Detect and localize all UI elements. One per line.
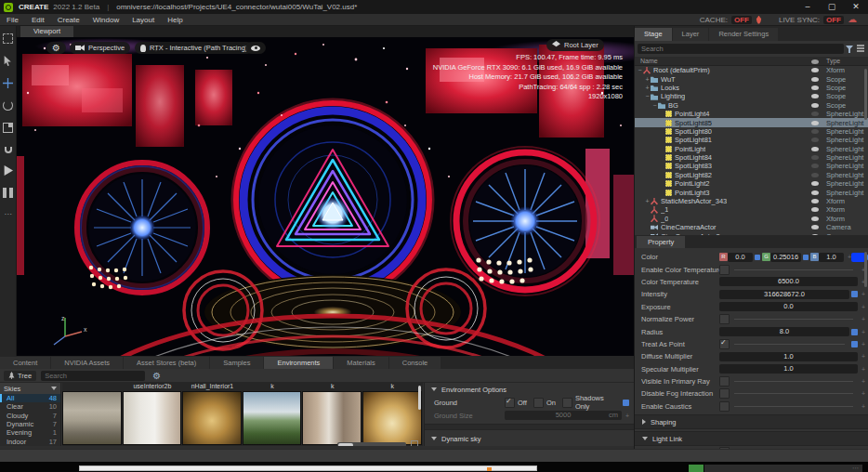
pause-button-icon[interactable] bbox=[3, 188, 13, 198]
tree-row[interactable]: PointLight4SphereLight bbox=[635, 110, 868, 118]
environments-search-input[interactable] bbox=[41, 371, 145, 381]
tree-row[interactable]: CineCameraActorCamera bbox=[635, 223, 868, 231]
visibility-eye-icon[interactable] bbox=[811, 155, 819, 160]
sky-category-dynamic[interactable]: Dynamic7 bbox=[0, 420, 60, 428]
sky-category-cloudy[interactable]: Cloudy7 bbox=[0, 412, 60, 420]
property-scrollbar[interactable] bbox=[864, 252, 867, 287]
tree-scrollbar[interactable] bbox=[864, 69, 867, 120]
tree-row[interactable]: _0Xform bbox=[635, 215, 868, 223]
rotate-tool-icon[interactable] bbox=[3, 100, 13, 111]
tree-row[interactable]: SpotLight82SphereLight bbox=[635, 171, 868, 179]
menu-file[interactable]: File bbox=[0, 16, 25, 24]
viewport-settings-button[interactable]: ⚙ bbox=[46, 42, 66, 54]
visibility-button[interactable] bbox=[245, 42, 266, 54]
tree-row[interactable]: WuTScope bbox=[635, 74, 868, 83]
visibility-eye-icon[interactable] bbox=[811, 216, 819, 221]
sky-category-clear[interactable]: Clear10 bbox=[0, 402, 60, 411]
tab-nvidia-assets[interactable]: NVIDIA Assets bbox=[51, 357, 123, 369]
visibility-eye-icon[interactable] bbox=[811, 138, 819, 142]
select-tool-icon[interactable] bbox=[3, 33, 13, 44]
tree-row[interactable]: _1Xform bbox=[635, 205, 868, 214]
environment-thumbnail[interactable] bbox=[123, 391, 182, 445]
tab-environments[interactable]: Environments bbox=[264, 357, 333, 369]
green-value-field[interactable]: 0.25016 bbox=[770, 253, 801, 262]
ground-shadows-checkbox[interactable] bbox=[562, 398, 572, 408]
tab-materials[interactable]: Materials bbox=[334, 357, 388, 369]
maximize-button[interactable]: ▢ bbox=[820, 0, 844, 14]
visibility-eye-icon[interactable] bbox=[811, 77, 819, 82]
checkbox[interactable] bbox=[719, 314, 730, 324]
root-layer-button[interactable]: Root Layer bbox=[546, 39, 604, 51]
section-shaping[interactable]: Shaping bbox=[635, 414, 868, 429]
live-sync-state-badge[interactable]: OFF bbox=[823, 16, 844, 24]
visibility-eye-icon[interactable] bbox=[811, 94, 819, 98]
visibility-eye-icon[interactable] bbox=[811, 68, 819, 72]
snap-tool-icon[interactable] bbox=[5, 147, 12, 153]
ground-size-field[interactable]: 5000 cm bbox=[505, 411, 622, 420]
visibility-eye-icon[interactable] bbox=[811, 164, 819, 168]
checkbox[interactable] bbox=[719, 388, 730, 399]
tree-row[interactable]: StaticMeshActor_343Xform bbox=[635, 197, 868, 205]
skies-header[interactable]: Skies bbox=[0, 383, 60, 394]
red-value-field[interactable]: 0.0 bbox=[728, 253, 753, 262]
visibility-eye-icon[interactable] bbox=[811, 129, 819, 134]
tab-content[interactable]: Content bbox=[0, 357, 50, 369]
value-field[interactable]: 8.0 bbox=[719, 327, 849, 336]
tree-row[interactable]: LooksScope bbox=[635, 84, 868, 92]
menu-help[interactable]: Help bbox=[161, 16, 189, 24]
sky-category-indoor[interactable]: Indoor17 bbox=[0, 437, 60, 445]
menu-window[interactable]: Window bbox=[86, 16, 125, 24]
tree-row[interactable]: SpotLight81SphereLight bbox=[635, 136, 868, 144]
grid-view-icon[interactable] bbox=[411, 440, 418, 446]
visibility-eye-icon[interactable] bbox=[811, 103, 819, 108]
stage-options-icon[interactable] bbox=[857, 45, 864, 46]
color-swatch[interactable] bbox=[851, 253, 865, 262]
sky-category-all[interactable]: All48 bbox=[0, 394, 60, 402]
ground-off-checkbox[interactable] bbox=[505, 398, 515, 408]
visibility-eye-icon[interactable] bbox=[811, 85, 819, 90]
cursor-tool-icon[interactable] bbox=[3, 56, 13, 66]
camera-selector-button[interactable]: Perspective bbox=[70, 42, 130, 54]
environment-thumbnail[interactable] bbox=[182, 391, 242, 445]
value-field[interactable]: 316628672.0 bbox=[719, 290, 849, 299]
tree-row[interactable]: BGScope bbox=[635, 101, 868, 110]
scale-tool-icon[interactable] bbox=[3, 123, 13, 133]
move-tool-icon[interactable] bbox=[3, 78, 13, 88]
stage-search-input[interactable] bbox=[638, 44, 844, 54]
tab-layer[interactable]: Layer bbox=[673, 28, 709, 41]
tree-row-selected[interactable]: SpotLight85SphereLight bbox=[635, 118, 868, 126]
tree-row[interactable]: SpotLight80SphereLight bbox=[635, 127, 868, 136]
name-column-header[interactable]: Name bbox=[640, 58, 658, 64]
minimize-button[interactable]: – bbox=[796, 0, 820, 14]
value-field[interactable]: 0.0 bbox=[719, 302, 858, 311]
tree-view-button[interactable]: Tree bbox=[4, 371, 36, 381]
value-field[interactable]: 1.0 bbox=[719, 364, 858, 374]
section-light-link[interactable]: Light Link bbox=[635, 431, 868, 446]
type-column-header[interactable]: Type bbox=[826, 58, 840, 64]
tab-console[interactable]: Console bbox=[389, 357, 441, 369]
visibility-eye-icon[interactable] bbox=[811, 147, 819, 151]
visibility-eye-icon[interactable] bbox=[811, 173, 819, 177]
viewport-canvas[interactable]: ⚙ Perspective RTX - Interactive (Path Tr… bbox=[17, 37, 634, 356]
tree-row[interactable]: LightingScope bbox=[635, 92, 868, 100]
renderer-selector-button[interactable]: RTX - Interactive (Path Tracing) bbox=[135, 42, 253, 54]
tab-viewport[interactable]: Viewport bbox=[20, 26, 73, 37]
environment-thumbnail[interactable] bbox=[302, 391, 362, 445]
tree-row[interactable]: PointLight2SphereLight bbox=[635, 179, 868, 188]
dynamic-sky-header[interactable]: Dynamic sky bbox=[425, 432, 634, 445]
menu-create[interactable]: Create bbox=[51, 16, 86, 24]
visibility-eye-icon[interactable] bbox=[811, 225, 819, 229]
close-button[interactable]: ✕ bbox=[844, 0, 868, 14]
tree-row[interactable]: Root (defaultPrim)Xform bbox=[635, 66, 868, 74]
tree-row[interactable]: SpotLight83SphereLight bbox=[635, 162, 868, 170]
tab-render-settings[interactable]: Render Settings bbox=[709, 28, 778, 41]
visibility-eye-icon[interactable] bbox=[811, 190, 819, 195]
value-field[interactable]: 6500.0 bbox=[719, 277, 858, 286]
visibility-eye-icon[interactable] bbox=[811, 199, 819, 203]
environment-thumbnail[interactable] bbox=[362, 391, 422, 445]
value-field[interactable]: 1.0 bbox=[719, 352, 858, 361]
visibility-eye-icon[interactable] bbox=[811, 121, 819, 125]
checkbox-checked[interactable] bbox=[719, 339, 730, 349]
visibility-eye-icon[interactable] bbox=[811, 207, 819, 212]
filter-icon[interactable] bbox=[846, 46, 853, 53]
